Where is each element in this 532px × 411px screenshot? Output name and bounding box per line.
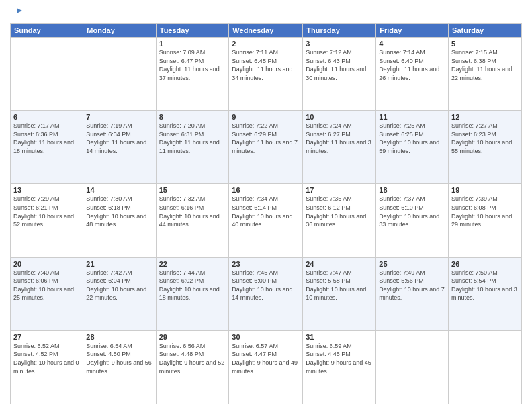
calendar-cell: 8Sunrise: 7:20 AMSunset: 6:31 PMDaylight… <box>156 111 229 184</box>
day-number: 21 <box>86 260 152 268</box>
calendar-cell: 9Sunrise: 7:22 AMSunset: 6:29 PMDaylight… <box>229 111 303 184</box>
calendar-cell: 13Sunrise: 7:29 AMSunset: 6:21 PMDayligh… <box>11 184 83 257</box>
day-info: Sunrise: 7:50 AMSunset: 5:54 PMDaylight:… <box>451 269 519 302</box>
calendar-cell: 21Sunrise: 7:42 AMSunset: 6:04 PMDayligh… <box>83 257 156 330</box>
day-header-thursday: Thursday <box>303 24 376 38</box>
logo <box>10 7 22 19</box>
day-header-tuesday: Tuesday <box>156 24 229 38</box>
day-info: Sunrise: 7:12 AMSunset: 6:43 PMDaylight:… <box>306 48 373 82</box>
day-info: Sunrise: 7:25 AMSunset: 6:25 PMDaylight:… <box>379 122 445 155</box>
day-number: 13 <box>13 186 80 194</box>
logo-flag-icon <box>10 7 22 19</box>
calendar-cell: 4Sunrise: 7:14 AMSunset: 6:40 PMDaylight… <box>376 38 449 111</box>
calendar-cell: 27Sunrise: 6:52 AMSunset: 4:52 PMDayligh… <box>11 330 83 404</box>
calendar-cell: 14Sunrise: 7:30 AMSunset: 6:18 PMDayligh… <box>83 184 156 257</box>
day-info: Sunrise: 7:42 AMSunset: 6:04 PMDaylight:… <box>86 269 152 302</box>
day-info: Sunrise: 7:35 AMSunset: 6:12 PMDaylight:… <box>306 195 373 228</box>
calendar-cell: 12Sunrise: 7:27 AMSunset: 6:23 PMDayligh… <box>449 111 522 184</box>
day-number: 18 <box>379 186 445 194</box>
calendar-cell <box>449 330 522 404</box>
header-row: SundayMondayTuesdayWednesdayThursdayFrid… <box>11 24 522 38</box>
day-info: Sunrise: 7:20 AMSunset: 6:31 PMDaylight:… <box>159 122 226 155</box>
day-number: 10 <box>306 113 373 121</box>
calendar-cell: 10Sunrise: 7:24 AMSunset: 6:27 PMDayligh… <box>303 111 376 184</box>
day-info: Sunrise: 7:17 AMSunset: 6:36 PMDaylight:… <box>13 122 80 155</box>
calendar-week-4: 20Sunrise: 7:40 AMSunset: 6:06 PMDayligh… <box>11 257 522 330</box>
day-info: Sunrise: 7:29 AMSunset: 6:21 PMDaylight:… <box>13 195 80 228</box>
calendar-cell: 18Sunrise: 7:37 AMSunset: 6:10 PMDayligh… <box>376 184 449 257</box>
day-number: 4 <box>379 40 445 48</box>
day-info: Sunrise: 7:49 AMSunset: 5:56 PMDaylight:… <box>379 269 445 302</box>
day-number: 29 <box>159 333 226 341</box>
calendar-cell: 30Sunrise: 6:57 AMSunset: 4:47 PMDayligh… <box>229 330 303 404</box>
calendar-cell: 19Sunrise: 7:39 AMSunset: 6:08 PMDayligh… <box>449 184 522 257</box>
day-info: Sunrise: 7:47 AMSunset: 5:58 PMDaylight:… <box>306 269 373 302</box>
calendar-cell: 20Sunrise: 7:40 AMSunset: 6:06 PMDayligh… <box>11 257 83 330</box>
day-number: 20 <box>13 260 80 268</box>
calendar-week-5: 27Sunrise: 6:52 AMSunset: 4:52 PMDayligh… <box>11 330 522 404</box>
day-info: Sunrise: 7:40 AMSunset: 6:06 PMDaylight:… <box>13 269 80 302</box>
day-number: 26 <box>451 260 519 268</box>
calendar-page: SundayMondayTuesdayWednesdayThursdayFrid… <box>0 0 532 411</box>
day-number: 30 <box>232 333 300 341</box>
day-number: 27 <box>13 333 80 341</box>
day-number: 9 <box>232 113 300 121</box>
day-number: 12 <box>451 113 519 121</box>
day-number: 22 <box>159 260 226 268</box>
calendar-cell: 11Sunrise: 7:25 AMSunset: 6:25 PMDayligh… <box>376 111 449 184</box>
day-info: Sunrise: 7:11 AMSunset: 6:45 PMDaylight:… <box>232 48 300 82</box>
day-info: Sunrise: 7:32 AMSunset: 6:16 PMDaylight:… <box>159 195 226 228</box>
calendar-cell: 24Sunrise: 7:47 AMSunset: 5:58 PMDayligh… <box>303 257 376 330</box>
day-header-saturday: Saturday <box>449 24 522 38</box>
day-number: 24 <box>306 260 373 268</box>
day-number: 7 <box>86 113 152 121</box>
calendar-cell: 15Sunrise: 7:32 AMSunset: 6:16 PMDayligh… <box>156 184 229 257</box>
day-header-friday: Friday <box>376 24 449 38</box>
calendar-cell: 25Sunrise: 7:49 AMSunset: 5:56 PMDayligh… <box>376 257 449 330</box>
calendar-week-3: 13Sunrise: 7:29 AMSunset: 6:21 PMDayligh… <box>11 184 522 257</box>
calendar-cell: 3Sunrise: 7:12 AMSunset: 6:43 PMDaylight… <box>303 38 376 111</box>
calendar-cell: 5Sunrise: 7:15 AMSunset: 6:38 PMDaylight… <box>449 38 522 111</box>
day-header-sunday: Sunday <box>11 24 83 38</box>
day-info: Sunrise: 7:44 AMSunset: 6:02 PMDaylight:… <box>159 269 226 302</box>
day-info: Sunrise: 7:45 AMSunset: 6:00 PMDaylight:… <box>232 269 300 302</box>
calendar-cell <box>376 330 449 404</box>
day-info: Sunrise: 6:56 AMSunset: 4:48 PMDaylight:… <box>159 342 226 375</box>
day-info: Sunrise: 7:30 AMSunset: 6:18 PMDaylight:… <box>86 195 152 228</box>
calendar-cell: 26Sunrise: 7:50 AMSunset: 5:54 PMDayligh… <box>449 257 522 330</box>
calendar-cell <box>83 38 156 111</box>
day-info: Sunrise: 7:09 AMSunset: 6:47 PMDaylight:… <box>159 48 226 82</box>
day-number: 15 <box>159 186 226 194</box>
calendar-cell: 7Sunrise: 7:19 AMSunset: 6:34 PMDaylight… <box>83 111 156 184</box>
day-number: 31 <box>306 333 373 341</box>
calendar-cell: 6Sunrise: 7:17 AMSunset: 6:36 PMDaylight… <box>11 111 83 184</box>
day-header-wednesday: Wednesday <box>229 24 303 38</box>
calendar-cell: 28Sunrise: 6:54 AMSunset: 4:50 PMDayligh… <box>83 330 156 404</box>
day-info: Sunrise: 7:34 AMSunset: 6:14 PMDaylight:… <box>232 195 300 228</box>
calendar-week-2: 6Sunrise: 7:17 AMSunset: 6:36 PMDaylight… <box>11 111 522 184</box>
day-number: 6 <box>13 113 80 121</box>
day-header-monday: Monday <box>83 24 156 38</box>
day-info: Sunrise: 7:37 AMSunset: 6:10 PMDaylight:… <box>379 195 445 228</box>
calendar-cell: 16Sunrise: 7:34 AMSunset: 6:14 PMDayligh… <box>229 184 303 257</box>
day-info: Sunrise: 6:59 AMSunset: 4:45 PMDaylight:… <box>306 342 373 375</box>
day-number: 19 <box>451 186 519 194</box>
calendar-cell: 23Sunrise: 7:45 AMSunset: 6:00 PMDayligh… <box>229 257 303 330</box>
day-number: 23 <box>232 260 300 268</box>
day-number: 2 <box>232 40 300 48</box>
day-number: 3 <box>306 40 373 48</box>
calendar-cell: 22Sunrise: 7:44 AMSunset: 6:02 PMDayligh… <box>156 257 229 330</box>
day-number: 8 <box>159 113 226 121</box>
day-info: Sunrise: 6:54 AMSunset: 4:50 PMDaylight:… <box>86 342 152 375</box>
day-info: Sunrise: 7:27 AMSunset: 6:23 PMDaylight:… <box>451 122 519 155</box>
day-number: 1 <box>159 40 226 48</box>
day-info: Sunrise: 6:57 AMSunset: 4:47 PMDaylight:… <box>232 342 300 375</box>
day-info: Sunrise: 7:39 AMSunset: 6:08 PMDaylight:… <box>451 195 519 228</box>
day-number: 5 <box>451 40 519 48</box>
day-info: Sunrise: 7:15 AMSunset: 6:38 PMDaylight:… <box>451 48 519 82</box>
calendar-cell: 29Sunrise: 6:56 AMSunset: 4:48 PMDayligh… <box>156 330 229 404</box>
day-info: Sunrise: 7:14 AMSunset: 6:40 PMDaylight:… <box>379 48 445 82</box>
day-number: 25 <box>379 260 445 268</box>
calendar-table: SundayMondayTuesdayWednesdayThursdayFrid… <box>10 23 522 404</box>
day-number: 11 <box>379 113 445 121</box>
